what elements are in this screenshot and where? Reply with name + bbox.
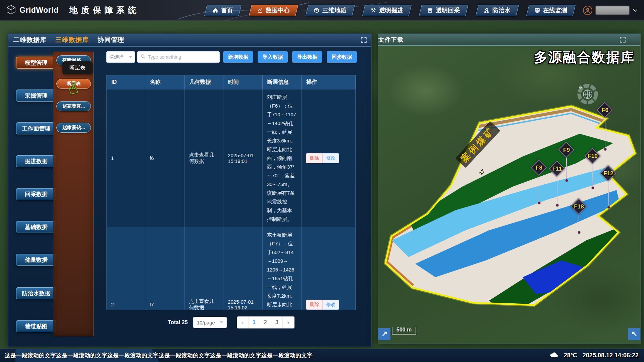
weather-cloud-icon — [550, 352, 558, 359]
chevron-down-icon — [220, 321, 223, 323]
scrolling-notice-text: 这是一段滚动的文字这是一段滚动的文字这是一段滚动的文字这是一段滚动的文字这是一段… — [5, 352, 313, 359]
tab-collaboration[interactable]: 协同管理 — [98, 36, 124, 44]
col-header-time: 时间 — [223, 75, 263, 89]
submenu-item-zhaojiazhai-zuan[interactable]: 赵家寨钻... — [56, 123, 91, 133]
expand-map-button-bottom-right[interactable]: ↖ — [628, 328, 640, 340]
map-panel: 文件下载 — [378, 34, 641, 344]
nav-item-online-monitoring[interactable]: 在线监测 — [526, 5, 576, 16]
gridworld-logo-icon — [6, 5, 16, 16]
cell-geometry-link[interactable]: 点击查看几何数据 — [184, 227, 223, 310]
sidebar-item-basic-data[interactable]: 基础数据 — [16, 221, 56, 233]
brand-name: GridWorld — [19, 6, 59, 15]
sidebar-item-roadway-texture[interactable]: 巷道贴图 — [16, 320, 56, 332]
cell-fault-info: 刘庄断层（F6）：位于710～1107～1402钻孔一线，延展长度3.6km。断… — [262, 89, 302, 227]
page-button-2[interactable]: 2 — [260, 317, 271, 328]
table-header-row: ID 名称 几何数据 时间 断层信息 操作 — [107, 75, 356, 89]
delete-button[interactable]: 删除 — [306, 153, 323, 163]
nav-label: 数据中心 — [266, 6, 290, 14]
import-data-button[interactable]: 导入数据 — [258, 51, 288, 63]
modify-button[interactable]: 修改 — [323, 300, 339, 310]
user-zone — [583, 6, 638, 15]
delete-button[interactable]: 删除 — [306, 300, 323, 310]
temperature-value: 28°C — [564, 352, 577, 359]
sidebar-item-mining-management[interactable]: 采掘管理 — [16, 89, 56, 102]
chevron-down-icon[interactable] — [633, 8, 638, 13]
prev-page-button[interactable]: ‹ — [237, 317, 249, 328]
marker-label: F10 — [585, 148, 600, 164]
nav-label: 透明回采 — [436, 6, 460, 14]
page-size-select[interactable]: 10/page — [193, 317, 227, 328]
sidebar-item-mining-data[interactable]: 回采数据 — [16, 188, 56, 200]
sidebar-item-excavation-data[interactable]: 掘进数据 — [16, 155, 56, 167]
nav-item-water-control[interactable]: 防治水 — [476, 5, 519, 16]
sync-data-button[interactable]: 同步数据 — [327, 51, 357, 63]
fault-marker-f10[interactable]: F10 — [585, 148, 600, 164]
sidebar-item-water-control-data[interactable]: 防治水数据 — [16, 287, 56, 299]
map-scale-bar: 500 m — [392, 327, 416, 335]
nav-item-transparent-excavation[interactable]: 透明掘进 — [362, 5, 412, 16]
fault-marker-f12[interactable]: F12 — [601, 166, 616, 181]
model-submenu: 截断网格... 断层表 赵家寨直... 赵家寨钻... 断层表 ☝ — [53, 52, 94, 336]
nav-item-transparent-mining[interactable]: 透明回采 — [419, 5, 468, 16]
geological-model — [378, 46, 640, 344]
filter-select[interactable]: 请选择 — [106, 51, 135, 63]
cell-geometry-link[interactable]: 点击查看几何数据 — [184, 89, 223, 227]
search-input[interactable] — [148, 54, 216, 60]
cell-time: 2025-07-01 15:19:02 — [223, 227, 263, 310]
sidebar-item-reserve-data[interactable]: 储量数据 — [16, 254, 56, 266]
fault-marker-f11[interactable]: F11 — [549, 161, 565, 177]
fullscreen-icon[interactable] — [361, 37, 367, 43]
fault-table: ID 名称 几何数据 时间 断层信息 操作 1 f6 点击查看几何数据 2025… — [106, 75, 356, 310]
username-redacted[interactable] — [596, 6, 629, 15]
add-data-button[interactable]: 新增数据 — [223, 51, 253, 63]
export-data-button[interactable]: 导出数据 — [292, 51, 322, 63]
page-button-1[interactable]: 1 — [249, 317, 260, 328]
tab-2d-database[interactable]: 二维数据库 — [13, 36, 47, 44]
modify-button[interactable]: 修改 — [323, 153, 339, 163]
compass-control[interactable]: N — [577, 83, 598, 105]
box-icon — [427, 8, 433, 13]
submenu-tooltip: 断层表 — [62, 61, 93, 74]
monitor-icon — [535, 8, 540, 13]
file-download-button[interactable]: 文件下载 — [378, 36, 404, 44]
pagination: Total 25 10/page ‹ 1 2 3 › — [106, 316, 356, 328]
nav-label: 防治水 — [492, 6, 511, 14]
marker-label: F12 — [601, 166, 616, 181]
fault-marker-f9[interactable]: F9 — [559, 142, 574, 158]
fault-marker-f6[interactable]: F6 — [597, 103, 613, 118]
table-row: 2 f7 点击查看几何数据 2025-07-01 15:19:02 东土桥断层（… — [107, 227, 356, 310]
top-navbar: GridWorld 地质保障系统 首页 数据中心 三维地质 透明掘进 透明回采 … — [0, 0, 644, 21]
user-avatar[interactable] — [583, 6, 592, 15]
sidebar-item-workface-management[interactable]: 工作面管理 — [16, 122, 56, 134]
nav-item-data-center[interactable]: 数据中心 — [249, 5, 298, 16]
cell-name: f7 — [145, 227, 185, 310]
pagination-total: Total 25 — [168, 319, 187, 325]
col-header-name: 名称 — [145, 75, 185, 89]
map-panel-header: 文件下载 — [378, 34, 640, 46]
next-page-button[interactable]: › — [283, 317, 294, 328]
page-buttons: ‹ 1 2 3 › — [237, 316, 294, 328]
nav-item-home[interactable]: 首页 — [204, 5, 241, 16]
datetime-value: 2025.08.12 14:06:22 — [583, 352, 639, 359]
fault-marker-f18[interactable]: F18 — [571, 199, 587, 215]
col-header-fault-info: 断层信息 — [262, 75, 302, 89]
nav-item-3d-geology[interactable]: 三维地质 — [306, 5, 355, 16]
system-title: 地质保障系统 — [69, 5, 140, 16]
database-tabs: 二维数据库 三维数据库 协同管理 — [13, 36, 124, 44]
page-button-3[interactable]: 3 — [271, 317, 283, 328]
database-panel: 二维数据库 三维数据库 协同管理 模型管理 采掘管理 工作面管理 掘进数据 回采… — [8, 34, 372, 347]
map-overlay-title: 多源融合数据库 — [534, 48, 635, 66]
fullscreen-icon[interactable] — [620, 37, 626, 43]
main-nav: 首页 数据中心 三维地质 透明掘进 透明回采 防治水 在线监测 — [206, 5, 574, 16]
sidebar-item-model-management[interactable]: 模型管理 — [16, 57, 56, 69]
fault-marker-f8[interactable]: F8 — [531, 160, 547, 176]
tab-3d-database[interactable]: 三维数据库 — [55, 36, 89, 44]
marker-pin — [557, 175, 557, 205]
submenu-item-zhaojiazhai-zhi[interactable]: 赵家寨直... — [56, 101, 91, 111]
expand-map-button-bottom-left[interactable]: ↗ — [378, 328, 390, 340]
database-panel-header: 二维数据库 三维数据库 协同管理 — [8, 34, 371, 47]
marker-pin — [608, 179, 609, 207]
map-3d-view[interactable]: 多源融合数据库 案例煤矿 17 F6 F9 F10 F8 F11 — [378, 46, 640, 344]
cell-id: 2 — [107, 227, 145, 310]
cube-icon — [314, 8, 319, 13]
